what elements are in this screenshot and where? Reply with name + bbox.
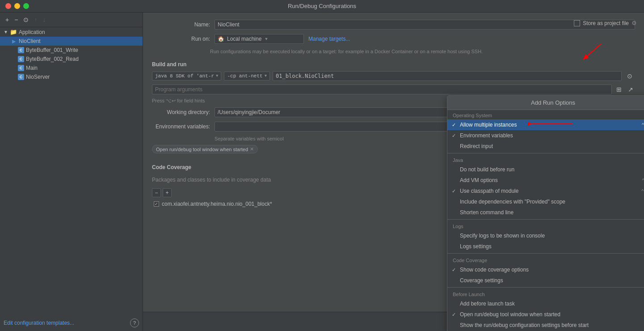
environment-variables-item[interactable]: ✓ Environment variables [447, 130, 644, 141]
help-button[interactable]: ? [130, 318, 139, 327]
item-label: Include dependencies with "Provided" sco… [460, 199, 565, 205]
close-button[interactable] [5, 3, 11, 9]
add-before-launch-item[interactable]: Add before launch task [447, 298, 644, 309]
gear-icon[interactable]: ⚙ [631, 20, 637, 26]
run-on-label: Run on: [152, 36, 210, 42]
run-on-select[interactable]: 🏠 Local machine ▼ [215, 34, 304, 44]
run-on-hint: Run configurations may be executed local… [210, 48, 635, 55]
item-label: Coverage settings [460, 277, 503, 284]
store-project-checkbox[interactable] [574, 20, 580, 26]
check-icon: ✓ [452, 133, 456, 139]
item-label: Show code coverage options [460, 267, 529, 273]
tree-item-main[interactable]: C Main [0, 64, 143, 72]
manage-targets-link[interactable]: Manage targets... [308, 36, 350, 42]
tree-item-nioclient[interactable]: ▶ NioClient [0, 37, 143, 46]
move-down-button[interactable]: ↓ [41, 15, 47, 24]
copy-config-button[interactable]: ⊙ [21, 15, 30, 24]
use-classpath-item[interactable]: ✓ Use classpath of module ^⌥O [447, 186, 644, 196]
remove-config-button[interactable]: − [13, 15, 20, 24]
class-icon: C [18, 47, 24, 53]
program-args-external[interactable]: ↗ [626, 85, 635, 94]
check-icon: ✓ [452, 267, 456, 273]
coverage-settings-item[interactable]: Coverage settings ▶ [447, 275, 644, 286]
do-not-build-item[interactable]: Do not build before run [447, 164, 644, 175]
specify-logs-item[interactable]: Specify logs to be shown in console [447, 230, 644, 241]
name-input[interactable] [215, 20, 635, 30]
name-label: Name: [152, 21, 210, 28]
add-vm-options-item[interactable]: Add VM options ^⌥V [447, 175, 644, 186]
red-arrow-to-item [528, 117, 577, 131]
allow-multiple-instances-item[interactable]: ✓ Allow multiple instances ^⌥U [447, 119, 644, 130]
classpath-select[interactable]: -cp ant-nett ▼ [224, 72, 270, 81]
item-label: Use classpath of module [460, 188, 518, 194]
remove-launch-task-button[interactable]: − [152, 188, 161, 197]
add-config-button[interactable]: + [4, 15, 11, 24]
program-args-input[interactable] [152, 85, 612, 94]
tree-item-nioserver[interactable]: C NioServer [0, 72, 143, 81]
sidebar: + − ⊙ ↑ ↓ ▼ 📁 Application ▶ NioClient C … [0, 13, 143, 331]
tree-item-application[interactable]: ▼ 📁 Application [0, 27, 143, 37]
sidebar-toolbar: + − ⊙ ↑ ↓ [0, 13, 143, 27]
classpath-value: -cp ant-nett [227, 73, 262, 79]
build-run-row: java 8 SDK of 'ant-r ▼ -cp ant-nett ▼ ⊙ [152, 71, 635, 81]
add-launch-task-button[interactable]: + [163, 188, 172, 197]
item-label: Add VM options [460, 177, 498, 183]
edit-templates-link[interactable]: Edit configuration templates... [4, 320, 74, 326]
content-area: Store as project file ⚙ Name: Run on: 🏠 … [143, 13, 644, 331]
main-class-input[interactable] [273, 71, 622, 81]
redirect-input-item[interactable]: Redirect input [447, 141, 644, 152]
chevron-down-icon: ▼ [265, 74, 267, 78]
shorten-command-line-item[interactable]: Shorten command line [447, 207, 644, 218]
folder-icon: 📁 [10, 29, 17, 35]
java-section-label: Java [447, 155, 644, 164]
name-row: Name: [152, 20, 635, 30]
logs-settings-item[interactable]: Logs settings ▶ [447, 241, 644, 252]
launch-task-label: com.xiaofei.antnetty.heima.nio.nio_001_b… [162, 201, 272, 207]
show-code-coverage-item[interactable]: ✓ Show code coverage options [447, 264, 644, 275]
move-up-button[interactable]: ↑ [32, 15, 39, 24]
item-shortcut: ^⌥O [641, 188, 644, 194]
tree-item-label: Application [19, 29, 45, 35]
minimize-button[interactable] [14, 3, 20, 9]
item-label: Open run/debug tool window when started [460, 311, 560, 318]
open-run-debug-window-item[interactable]: ✓ Open run/debug tool window when starte… [447, 309, 644, 320]
dropdown-header: Add Run Options [447, 96, 644, 110]
program-args-expand[interactable]: ⊞ [615, 85, 623, 94]
main-container: + − ⊙ ↑ ↓ ▼ 📁 Application ▶ NioClient C … [0, 13, 644, 331]
item-label: Shorten command line [460, 209, 514, 216]
tree-item-bytebuffer001[interactable]: C ByteBuffer_001_Write [0, 46, 143, 55]
divider [447, 219, 644, 220]
include-dependencies-item[interactable]: Include dependencies with "Provided" sco… [447, 196, 644, 207]
java-sdk-value: java 8 SDK of 'ant-r [155, 73, 214, 79]
os-section-label: Operating System [447, 110, 644, 119]
main-class-copy-button[interactable]: ⊙ [624, 72, 635, 81]
divider [447, 287, 644, 288]
open-tool-window-tag: Open run/debug tool window when started … [152, 145, 258, 153]
tree-item-label: NioClient [19, 38, 41, 44]
launch-task-checkbox[interactable]: ✓ [154, 201, 159, 207]
before-launch-section-label: Before Launch [447, 289, 644, 298]
class-icon: C [18, 74, 24, 80]
item-label: Environment variables [460, 132, 513, 139]
window-controls [5, 3, 29, 9]
run-on-value: Local machine [227, 36, 261, 42]
maximize-button[interactable] [23, 3, 29, 9]
java-sdk-select[interactable]: java 8 SDK of 'ant-r ▼ [152, 72, 221, 81]
item-label: Redirect input [460, 143, 493, 149]
item-label: Logs settings [460, 243, 492, 250]
store-project-label: Store as project file [583, 20, 629, 26]
titlebar: Run/Debug Configurations [0, 0, 644, 13]
run-config-icon: ▶ [11, 38, 17, 44]
tree-item-bytebuffer002[interactable]: C ByteBuffer_002_Read [0, 55, 143, 64]
code-coverage-section-label: Code Coverage [447, 255, 644, 264]
item-label: Add before launch task [460, 301, 515, 307]
item-label: Allow multiple instances [460, 122, 517, 128]
build-run-title: Build and run [152, 61, 635, 68]
class-icon: C [18, 65, 24, 71]
show-config-settings-item[interactable]: Show the run/debug configuration setting… [447, 320, 644, 331]
check-icon: ✓ [452, 188, 456, 194]
tag-close-button[interactable]: ✕ [250, 146, 254, 152]
add-run-options-dropdown: Add Run Options Operating System ✓ Allow… [447, 95, 644, 331]
check-icon: ✓ [452, 122, 456, 128]
working-dir-label: Working directory: [152, 109, 210, 115]
